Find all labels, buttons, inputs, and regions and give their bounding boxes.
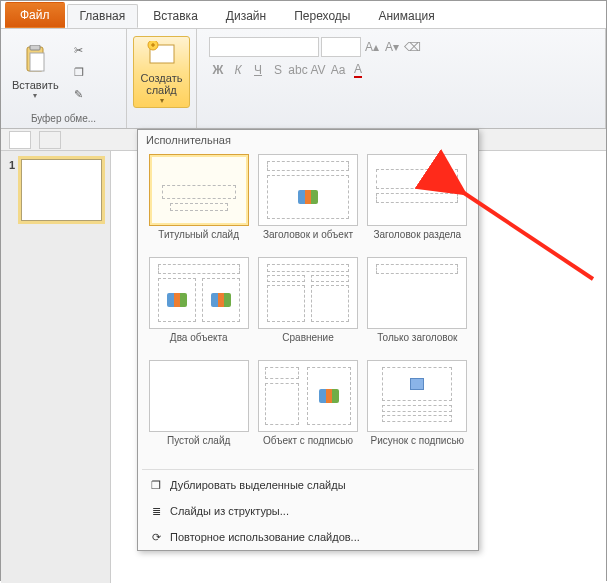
layout-content-caption[interactable]: Объект с подписью	[255, 360, 360, 459]
new-slide-label: Создать слайд	[138, 72, 185, 96]
decrease-font-button[interactable]: A▾	[383, 38, 401, 56]
slide-number: 1	[9, 159, 15, 171]
scissors-icon: ✂	[74, 44, 83, 57]
font-size-select[interactable]	[321, 37, 361, 57]
paste-label: Вставить	[12, 79, 59, 91]
tab-design[interactable]: Дизайн	[213, 4, 279, 28]
tab-home[interactable]: Главная	[67, 4, 139, 28]
duplicate-icon: ❐	[148, 477, 164, 493]
format-painter-button[interactable]: ✎	[68, 84, 90, 104]
reuse-icon: ⟳	[148, 529, 164, 545]
brush-icon: ✎	[74, 88, 83, 101]
clear-formatting-button[interactable]: ⌫	[403, 38, 421, 56]
slide-thumbnails-panel: 1	[1, 151, 111, 583]
strike-button[interactable]: S	[269, 61, 287, 79]
slides-view-tab[interactable]	[9, 131, 31, 149]
bold-button[interactable]: Ж	[209, 61, 227, 79]
layout-gallery: Титульный слайд Заголовок и объект Загол…	[138, 150, 478, 467]
slide-thumbnail[interactable]: 1	[9, 159, 102, 221]
font-color-button[interactable]: A	[349, 61, 367, 79]
case-button[interactable]: Aa	[329, 61, 347, 79]
new-slide-button[interactable]: Создать слайд ▾	[133, 36, 190, 108]
layout-two-content[interactable]: Два объекта	[146, 257, 251, 356]
layout-blank[interactable]: Пустой слайд	[146, 360, 251, 459]
content-icon	[319, 389, 339, 403]
copy-icon: ❐	[74, 66, 84, 79]
content-icon	[167, 293, 187, 307]
underline-button[interactable]: Ч	[249, 61, 267, 79]
slides-from-outline-item[interactable]: ≣ Слайды из структуры...	[138, 498, 478, 524]
tab-transitions[interactable]: Переходы	[281, 4, 363, 28]
italic-button[interactable]: К	[229, 61, 247, 79]
svg-rect-1	[30, 45, 40, 50]
spacing-button[interactable]: AV	[309, 61, 327, 79]
layout-section-label: Исполнительная	[138, 130, 478, 150]
layout-comparison[interactable]: Сравнение	[255, 257, 360, 356]
tab-insert[interactable]: Вставка	[140, 4, 211, 28]
layout-title-content[interactable]: Заголовок и объект	[255, 154, 360, 253]
font-family-select[interactable]	[209, 37, 319, 57]
layout-section-header[interactable]: Заголовок раздела	[365, 154, 470, 253]
content-icon	[211, 293, 231, 307]
picture-icon	[410, 378, 424, 390]
slide-preview	[21, 159, 102, 221]
clipboard-icon	[19, 44, 51, 76]
copy-button[interactable]: ❐	[68, 62, 90, 82]
ribbon: Вставить ▾ ✂ ❐ ✎ Буфер обме... Создать с…	[1, 29, 606, 129]
paste-button[interactable]: Вставить ▾	[7, 36, 64, 108]
shadow-button[interactable]: abc	[289, 61, 307, 79]
svg-rect-2	[30, 53, 44, 71]
new-slide-icon	[146, 39, 178, 69]
ribbon-tabs: Файл Главная Вставка Дизайн Переходы Ани…	[1, 1, 606, 29]
layout-title-slide[interactable]: Титульный слайд	[146, 154, 251, 253]
new-slide-dropdown: Исполнительная Титульный слайд Заголовок…	[137, 129, 479, 551]
clipboard-group-label: Буфер обме...	[7, 111, 120, 126]
content-icon	[298, 190, 318, 204]
cut-button[interactable]: ✂	[68, 40, 90, 60]
tab-file[interactable]: Файл	[5, 2, 65, 28]
reuse-slides-item[interactable]: ⟳ Повторное использование слайдов...	[138, 524, 478, 550]
outline-view-tab[interactable]	[39, 131, 61, 149]
increase-font-button[interactable]: A▴	[363, 38, 381, 56]
tab-animation[interactable]: Анимация	[365, 4, 447, 28]
layout-title-only[interactable]: Только заголовок	[365, 257, 470, 356]
layout-picture-caption[interactable]: Рисунок с подписью	[365, 360, 470, 459]
outline-icon: ≣	[148, 503, 164, 519]
duplicate-slides-item[interactable]: ❐ Дублировать выделенные слайды	[138, 472, 478, 498]
